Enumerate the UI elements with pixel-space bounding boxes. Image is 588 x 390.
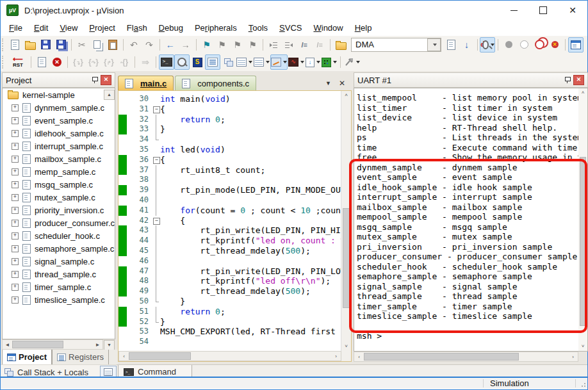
menu-flash[interactable]: Flash xyxy=(121,21,153,35)
close-button[interactable]: ✕ xyxy=(558,1,587,20)
expand-plus-icon[interactable]: + xyxy=(12,117,19,124)
redo-button[interactable]: ↷ xyxy=(142,37,157,53)
expand-plus-icon[interactable]: + xyxy=(12,220,19,227)
scroll-right-icon[interactable]: › xyxy=(331,352,341,361)
menu-file[interactable]: File xyxy=(3,21,28,35)
expand-plus-icon[interactable]: + xyxy=(12,207,19,214)
find-in-files-button[interactable] xyxy=(333,37,348,53)
registers-window-button[interactable] xyxy=(205,54,220,70)
fold-collapse-icon[interactable]: − xyxy=(152,155,160,165)
comment-button[interactable]: /≡ xyxy=(297,37,312,53)
scrollbar-thumb[interactable] xyxy=(12,341,63,348)
tree-item-idlehook_sample.c[interactable]: +idlehook_sample.c xyxy=(3,127,115,140)
menu-edit[interactable]: Edit xyxy=(28,21,54,35)
tree-item-memp_sample.c[interactable]: +memp_sample.c xyxy=(3,165,115,178)
maximize-button[interactable] xyxy=(528,1,558,20)
tab-project[interactable]: Project xyxy=(2,350,52,365)
scrollbar-thumb[interactable] xyxy=(129,352,191,360)
code-editor[interactable]: 30int main(void)31−{32 return 0;33}3435i… xyxy=(118,91,341,351)
expand-plus-icon[interactable]: + xyxy=(12,130,19,137)
expand-plus-icon[interactable]: + xyxy=(12,194,19,201)
system-viewer-button[interactable]: ↓ xyxy=(305,54,321,70)
tree-item-signal_sample.c[interactable]: +signal_sample.c xyxy=(3,255,115,268)
toolbox-button[interactable] xyxy=(321,54,338,70)
close-document-button[interactable]: ✕ xyxy=(339,79,345,88)
uncomment-button[interactable]: /≡ xyxy=(312,37,327,53)
copy-button[interactable] xyxy=(90,37,105,53)
menu-project[interactable]: Project xyxy=(83,21,120,35)
scroll-right-icon[interactable]: › xyxy=(568,352,578,361)
menu-debug[interactable]: Debug xyxy=(153,21,189,35)
menu-help[interactable]: Help xyxy=(349,21,378,35)
resize-grip[interactable] xyxy=(580,381,586,387)
toggle-breakpoint-button[interactable] xyxy=(501,37,516,53)
find-text-combobox[interactable]: DMA xyxy=(351,38,441,52)
tree-scroll-down-button[interactable]: ▼ xyxy=(104,340,115,350)
expand-plus-icon[interactable]: + xyxy=(12,143,19,150)
toolbar-drag-handle[interactable] xyxy=(2,38,6,51)
navigate-back-button[interactable]: ← xyxy=(163,37,178,53)
menu-view[interactable]: View xyxy=(54,21,83,35)
scroll-up-icon[interactable]: ˄ xyxy=(341,91,351,100)
tree-item-interrupt_sample.c[interactable]: +interrupt_sample.c xyxy=(3,140,115,152)
show-next-statement-button[interactable]: ⇒ xyxy=(138,54,153,70)
run-to-cursor-button[interactable]: *{} xyxy=(117,54,132,70)
uart-vscrollbar[interactable]: ˄ ˅ xyxy=(578,88,587,351)
project-window-button[interactable] xyxy=(568,37,584,53)
step-out-button[interactable]: {↱} xyxy=(101,54,117,70)
step-into-button[interactable]: {↴} xyxy=(70,54,86,70)
fold-collapse-icon[interactable]: − xyxy=(152,216,160,226)
tab-components-c[interactable]: components.c xyxy=(175,76,256,90)
open-file-button[interactable] xyxy=(22,37,38,53)
debug-toolbar-settings-button[interactable] xyxy=(343,54,361,70)
tree-item-thread_sample.c[interactable]: +thread_sample.c xyxy=(3,268,115,280)
uart-panel-close-button[interactable]: ✕ xyxy=(573,75,584,85)
minimize-button[interactable] xyxy=(499,1,528,20)
find-in-files-dialog-button[interactable] xyxy=(444,37,459,53)
fold-collapse-icon[interactable]: − xyxy=(152,104,160,115)
analysis-windows-button[interactable]: ∿ xyxy=(288,54,305,70)
kill-all-breakpoints-button[interactable]: ✕ xyxy=(547,37,562,53)
scroll-down-icon[interactable]: ˅ xyxy=(341,342,351,351)
symbols-window-button[interactable]: S xyxy=(190,54,205,70)
expand-plus-icon[interactable]: + xyxy=(12,245,19,252)
command-window-button[interactable]: >_ xyxy=(159,54,174,70)
outdent-button[interactable] xyxy=(281,37,297,53)
indent-button[interactable] xyxy=(266,37,281,53)
toolbar-drag-handle[interactable] xyxy=(2,56,6,69)
tree-item-scheduler_hook.c[interactable]: +scheduler_hook.c xyxy=(3,229,115,242)
save-button[interactable] xyxy=(38,37,53,53)
next-bookmark-button[interactable]: ⚑ xyxy=(229,37,245,53)
save-all-button[interactable] xyxy=(53,37,69,53)
tree-item-dynmem_sample.c[interactable]: +dynmem_sample.c xyxy=(3,101,115,114)
editor-hscrollbar[interactable]: ‹ › xyxy=(118,351,341,361)
tab-registers[interactable]: Registers xyxy=(52,350,109,365)
expand-plus-icon[interactable]: + xyxy=(12,168,19,175)
uart-hscrollbar[interactable]: ‹ › xyxy=(354,352,578,362)
step-over-button[interactable]: {↷} xyxy=(86,54,101,70)
expand-plus-icon[interactable]: + xyxy=(12,232,19,240)
tree-item-priority_inversion.c[interactable]: +priority_inversion.c xyxy=(3,204,115,216)
tree-item-mailbox_sample.c[interactable]: +mailbox_sample.c xyxy=(3,152,115,165)
tree-item-mutex_sample.c[interactable]: +mutex_sample.c xyxy=(3,191,115,204)
new-file-button[interactable] xyxy=(7,37,22,53)
project-hscrollbar[interactable]: ◄ ► xyxy=(2,339,103,350)
expand-plus-icon[interactable]: + xyxy=(12,181,19,188)
expand-plus-icon[interactable]: + xyxy=(12,104,19,111)
callstack-window-button[interactable] xyxy=(220,54,236,70)
stop-button[interactable]: ✕ xyxy=(49,54,65,70)
pin-icon[interactable] xyxy=(564,76,571,85)
expand-plus-icon[interactable]: + xyxy=(12,156,19,163)
lookup-symbol-button[interactable]: d xyxy=(480,37,495,53)
combobox-dropdown-button[interactable] xyxy=(427,38,441,51)
scroll-left-icon[interactable]: ‹ xyxy=(354,352,364,361)
scrollbar-thumb[interactable] xyxy=(343,208,350,308)
watch-windows-button[interactable] xyxy=(236,54,253,70)
scrollbar-thumb[interactable] xyxy=(580,157,586,326)
navigate-forward-button[interactable]: → xyxy=(178,37,193,53)
tree-item-timeslice_sample.c[interactable]: +timeslice_sample.c xyxy=(3,293,115,306)
scroll-up-icon[interactable]: ˄ xyxy=(578,88,587,97)
run-button[interactable] xyxy=(34,54,49,70)
project-panel-close-button[interactable]: ✕ xyxy=(101,75,111,85)
scroll-down-icon[interactable]: ˅ xyxy=(578,342,587,351)
